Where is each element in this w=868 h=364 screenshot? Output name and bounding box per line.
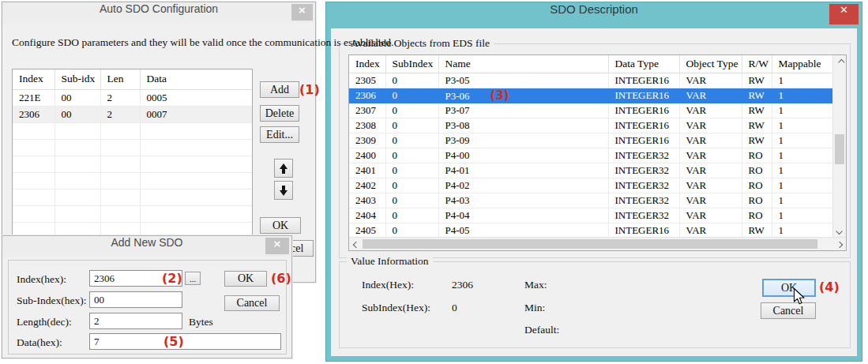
- sdo-description-dialog: SDO Description ✕ Available Objects from…: [325, 2, 862, 362]
- cancel-button[interactable]: Cancel: [224, 295, 280, 311]
- column-header[interactable]: Data: [140, 69, 252, 89]
- dialog-title: SDO Description: [550, 2, 638, 16]
- table-row[interactable]: 23070P3-07INTEGER16VARRW1: [349, 103, 834, 118]
- eds-objects-table: IndexSubIndexNameData TypeObject TypeR/W…: [348, 54, 847, 251]
- arrow-up-icon: [278, 163, 289, 174]
- add-new-sdo-dialog: Add New SDO × Index(hex): (2) ... Sub-In…: [2, 235, 292, 358]
- ok-button[interactable]: OK: [762, 279, 816, 297]
- annotation-2: (2): [162, 271, 182, 286]
- value-min-label: Min:: [524, 302, 545, 314]
- scroll-left-icon[interactable]: [349, 238, 363, 251]
- table-row[interactable]: 23090P3-09INTEGER16VARRW1: [349, 133, 834, 148]
- table-row[interactable]: 24030P4-03INTEGER32VARRO1: [349, 193, 834, 208]
- table-header-row: IndexSub-idxLenData: [13, 69, 252, 89]
- table-header-row: IndexSubIndexNameData TypeObject TypeR/W…: [349, 55, 834, 73]
- column-header[interactable]: Len: [100, 69, 140, 89]
- data-field[interactable]: [89, 333, 281, 350]
- bytes-label: Bytes: [189, 316, 213, 328]
- table-row[interactable]: 23060P3-06(3)INTEGER16VARRW1: [349, 88, 834, 103]
- column-header[interactable]: Index: [13, 69, 54, 89]
- dialog-title: Auto SDO Configuration: [2, 2, 315, 15]
- value-max-label: Max:: [524, 279, 547, 291]
- value-subindex-value: 0: [452, 302, 457, 314]
- table-row[interactable]: 24040P4-04INTEGER32VARRO1: [349, 208, 834, 223]
- table-row[interactable]: 23050P3-05INTEGER16VARRW1: [349, 73, 834, 88]
- annotation-5: (5): [163, 334, 184, 349]
- empty-row: [13, 172, 252, 189]
- close-icon[interactable]: ×: [265, 238, 289, 254]
- scroll-down-icon[interactable]: [833, 224, 847, 238]
- dialog-description: Configure SDO parameters and they will b…: [12, 36, 282, 50]
- auto-sdo-table: IndexSub-idxLenData 221E0020005230600200…: [12, 69, 253, 237]
- delete-button[interactable]: Delete: [260, 105, 299, 122]
- scroll-right-icon[interactable]: [832, 238, 846, 251]
- dialog-title: Add New SDO: [2, 236, 291, 249]
- table-row[interactable]: 24000P4-00INTEGER32VARRO1: [349, 148, 834, 163]
- arrow-down-icon: [278, 185, 289, 197]
- browse-button[interactable]: ...: [185, 272, 201, 285]
- column-header[interactable]: SubIndex: [385, 55, 438, 73]
- close-icon[interactable]: ✕: [829, 4, 859, 24]
- add-new-sdo-titlebar[interactable]: Add New SDO ×: [2, 236, 291, 257]
- empty-row: [13, 156, 252, 172]
- cancel-button[interactable]: Cancel: [761, 302, 816, 319]
- vertical-scrollbar[interactable]: [832, 55, 846, 238]
- index-label: Index(hex):: [17, 273, 66, 286]
- ok-button[interactable]: OK: [260, 217, 301, 234]
- data-label: Data(hex):: [17, 336, 62, 349]
- table-row[interactable]: 23060020007: [13, 106, 252, 122]
- value-index-value: 2306: [452, 279, 473, 291]
- column-header[interactable]: Name: [438, 55, 608, 73]
- horizontal-scrollbar[interactable]: [349, 237, 846, 250]
- sdo-description-titlebar[interactable]: SDO Description: [326, 2, 862, 28]
- auto-sdo-titlebar[interactable]: Auto SDO Configuration ×: [2, 2, 315, 23]
- vertical-scroll-thumb[interactable]: [835, 134, 844, 164]
- empty-row: [13, 139, 252, 156]
- value-default-label: Default:: [524, 324, 559, 336]
- screenshot-root: Auto SDO Configuration × Configure SDO p…: [0, 0, 868, 364]
- annotation-6: (6): [271, 271, 291, 286]
- value-subindex-label: SubIndex(Hex):: [362, 302, 430, 314]
- annotation-4: (4): [819, 280, 840, 295]
- value-index-label: Index(Hex):: [362, 279, 414, 291]
- column-header[interactable]: Object Type: [679, 55, 742, 73]
- move-down-button[interactable]: [274, 181, 293, 200]
- table-row[interactable]: 221E0020005: [13, 89, 252, 106]
- subindex-field[interactable]: [89, 291, 182, 308]
- annotation-1: (1): [299, 82, 320, 97]
- add-button[interactable]: Add: [260, 81, 299, 98]
- table-row[interactable]: 24010P4-01INTEGER32VARRO1: [349, 163, 834, 178]
- edit-button[interactable]: Edit...: [260, 126, 299, 143]
- table-row[interactable]: 23080P3-08INTEGER16VARRW1: [349, 118, 834, 133]
- group-title: Value Information: [347, 255, 433, 268]
- empty-row: [13, 122, 252, 139]
- column-header[interactable]: Mappable: [772, 55, 834, 73]
- annotation-3: (3): [490, 88, 509, 103]
- sdo-description-content: Available Objects from EDS file IndexSub…: [331, 28, 857, 356]
- column-header[interactable]: Index: [349, 55, 385, 73]
- move-up-button[interactable]: [274, 159, 293, 178]
- horizontal-scroll-thumb[interactable]: [363, 239, 817, 249]
- ok-button[interactable]: OK: [224, 271, 267, 287]
- close-icon[interactable]: ×: [291, 4, 313, 21]
- column-header[interactable]: Data Type: [608, 55, 679, 73]
- table-row[interactable]: 24020P4-02INTEGER32VARRO1: [349, 178, 834, 193]
- empty-row: [13, 205, 252, 222]
- table-row[interactable]: 24050P4-05INTEGER16VARRW1: [349, 223, 834, 238]
- length-label: Length(dec):: [17, 316, 72, 328]
- empty-row: [13, 189, 252, 205]
- subindex-label: Sub-Index(hex):: [17, 295, 86, 307]
- scroll-up-icon[interactable]: [833, 55, 847, 69]
- length-field[interactable]: [89, 313, 182, 329]
- column-header[interactable]: R/W: [742, 55, 772, 73]
- column-header[interactable]: Sub-idx: [54, 69, 100, 89]
